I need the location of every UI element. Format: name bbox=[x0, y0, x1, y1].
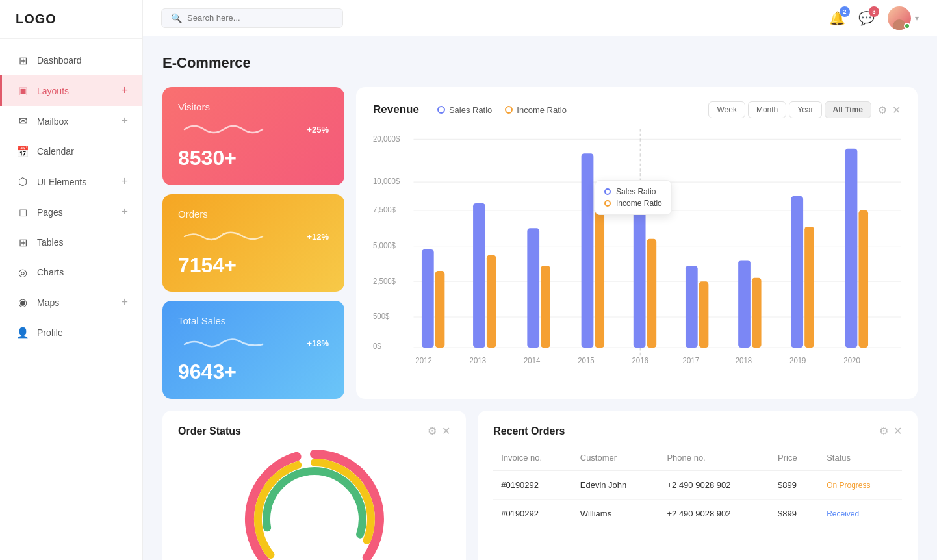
col-price: Price bbox=[770, 448, 819, 471]
order-status-title: Order Status bbox=[178, 426, 428, 437]
plus-icon-layouts: + bbox=[121, 84, 128, 97]
sidebar-item-layouts[interactable]: ▣ Layouts + bbox=[0, 75, 142, 106]
revenue-header: Revenue Sales Ratio Income Ratio Week bbox=[373, 101, 901, 118]
stat-percent-visitors: +25% bbox=[307, 125, 329, 134]
orders-table: Invoice no.CustomerPhone no.PriceStatus … bbox=[493, 448, 902, 528]
col-invoice-no.: Invoice no. bbox=[493, 448, 572, 471]
sidebar-label-layouts: Layouts bbox=[37, 86, 69, 96]
svg-text:2015: 2015 bbox=[578, 356, 595, 364]
svg-rect-28 bbox=[752, 278, 762, 348]
user-menu[interactable]: ▾ bbox=[888, 6, 919, 30]
sidebar-item-pages[interactable]: ◻ Pages + bbox=[0, 197, 142, 227]
svg-rect-30 bbox=[804, 227, 814, 348]
invoice-1: #0190292 bbox=[493, 500, 572, 528]
phone-1: +2 490 9028 902 bbox=[659, 500, 770, 528]
sidebar-label-profile: Profile bbox=[37, 327, 63, 338]
sidebar-label-calendar: Calendar bbox=[37, 146, 74, 157]
maps-icon: ◉ bbox=[16, 296, 29, 309]
messages-button[interactable]: 💬 3 bbox=[858, 10, 875, 26]
sidebar-item-dashboard[interactable]: ⊞ Dashboard bbox=[0, 45, 142, 75]
filter-month-btn[interactable]: Month bbox=[748, 101, 786, 118]
status-1: Received bbox=[819, 500, 902, 528]
wave-svg-orders bbox=[178, 225, 269, 248]
notification-button[interactable]: 🔔 2 bbox=[829, 10, 845, 26]
gear-icon-orders[interactable]: ⚙ bbox=[879, 425, 888, 437]
search-input[interactable] bbox=[187, 13, 333, 23]
tooltip-income-label: Income Ratio bbox=[616, 199, 662, 208]
gear-icon[interactable]: ⚙ bbox=[878, 104, 887, 116]
filter-alltime-btn[interactable]: All Time bbox=[825, 101, 871, 118]
mailbox-icon: ✉ bbox=[16, 115, 29, 128]
filter-week-btn[interactable]: Week bbox=[708, 101, 745, 118]
revenue-chart-area: 20,000$ 10,000$ 7,500$ 5,000$ 2,500$ 500… bbox=[373, 129, 901, 385]
stats-row: Visitors +25% 8530+ Orders +12% 7154+ To… bbox=[162, 87, 918, 399]
recent-orders-header: Recent Orders ⚙ ✕ bbox=[493, 425, 902, 437]
tables-icon: ⊞ bbox=[16, 236, 29, 249]
plus-icon-maps: + bbox=[121, 296, 128, 309]
svg-rect-21 bbox=[595, 207, 604, 348]
invoice-0: #0190292 bbox=[493, 471, 572, 500]
wave-svg-total-sales bbox=[178, 331, 269, 355]
stat-card-orders: Orders +12% 7154+ bbox=[162, 194, 344, 292]
donut-chart-svg bbox=[217, 441, 412, 560]
sidebar-item-ui-elements[interactable]: ⬡ UI Elements + bbox=[0, 166, 142, 197]
phone-0: +2 490 9028 902 bbox=[659, 471, 770, 500]
search-box[interactable]: 🔍 bbox=[161, 8, 343, 28]
revenue-title: Revenue bbox=[373, 103, 419, 116]
close-icon[interactable]: ✕ bbox=[892, 104, 901, 116]
svg-rect-20 bbox=[582, 153, 594, 348]
time-filters: Week Month Year All Time bbox=[708, 101, 871, 118]
revenue-card: Revenue Sales Ratio Income Ratio Week bbox=[356, 87, 918, 399]
tooltip-dot-blue bbox=[604, 188, 611, 195]
svg-text:0$: 0$ bbox=[373, 342, 381, 350]
close-icon-orders[interactable]: ✕ bbox=[893, 425, 902, 437]
stat-percent-orders: +12% bbox=[307, 231, 329, 241]
sidebar-item-maps[interactable]: ◉ Maps + bbox=[0, 287, 142, 318]
wave-svg-visitors bbox=[178, 118, 269, 141]
svg-text:2016: 2016 bbox=[632, 356, 648, 364]
svg-text:2020: 2020 bbox=[843, 356, 860, 364]
recent-orders-icons: ⚙ ✕ bbox=[879, 425, 902, 437]
search-icon: 🔍 bbox=[171, 13, 182, 23]
sidebar-item-mailbox[interactable]: ✉ Mailbox + bbox=[0, 106, 142, 136]
stat-wave-orders: +12% bbox=[178, 225, 329, 248]
close-icon-order[interactable]: ✕ bbox=[442, 425, 450, 437]
price-1: $899 bbox=[770, 500, 819, 528]
ui-elements-icon: ⬡ bbox=[16, 175, 29, 188]
svg-rect-17 bbox=[487, 255, 496, 348]
status-0: On Progress bbox=[819, 471, 902, 500]
stat-wave-visitors: +25% bbox=[178, 118, 329, 141]
svg-text:2018: 2018 bbox=[736, 356, 752, 364]
sidebar-item-charts[interactable]: ◎ Charts bbox=[0, 257, 142, 287]
stat-percent-total-sales: +18% bbox=[307, 338, 329, 348]
sidebar-label-tables: Tables bbox=[37, 237, 63, 248]
stat-value-total-sales: 9643+ bbox=[178, 360, 329, 384]
plus-icon-pages: + bbox=[121, 205, 128, 219]
order-status-icons: ⚙ ✕ bbox=[428, 425, 450, 437]
bar-chart-svg: 20,000$ 10,000$ 7,500$ 5,000$ 2,500$ 500… bbox=[373, 129, 901, 385]
col-phone-no.: Phone no. bbox=[659, 448, 770, 471]
layouts-icon: ▣ bbox=[16, 84, 29, 97]
svg-rect-19 bbox=[541, 266, 550, 348]
calendar-icon: 📅 bbox=[16, 145, 29, 158]
sidebar-label-maps: Maps bbox=[37, 298, 59, 308]
notification-badge: 2 bbox=[840, 6, 850, 17]
avatar-container bbox=[888, 6, 911, 30]
svg-text:2014: 2014 bbox=[524, 356, 541, 364]
stats-cards: Visitors +25% 8530+ Orders +12% 7154+ To… bbox=[162, 87, 344, 399]
gear-icon-order[interactable]: ⚙ bbox=[428, 425, 437, 437]
stat-label-total-sales: Total Sales bbox=[178, 315, 329, 326]
sidebar-item-calendar[interactable]: 📅 Calendar bbox=[0, 136, 142, 166]
online-indicator bbox=[904, 23, 910, 29]
table-row: #0190292 Williams +2 490 9028 902 $899 R… bbox=[493, 500, 902, 528]
svg-rect-31 bbox=[845, 149, 858, 348]
filter-year-btn[interactable]: Year bbox=[789, 101, 821, 118]
header: 🔍 🔔 2 💬 3 ▾ bbox=[143, 0, 937, 36]
svg-text:10,000$: 10,000$ bbox=[373, 177, 400, 185]
legend-dot-orange bbox=[505, 106, 513, 114]
sidebar-item-tables[interactable]: ⊞ Tables bbox=[0, 227, 142, 257]
svg-text:20,000$: 20,000$ bbox=[373, 134, 400, 142]
svg-rect-16 bbox=[473, 203, 485, 348]
sidebar-item-profile[interactable]: 👤 Profile bbox=[0, 318, 142, 348]
customer-0: Edevin John bbox=[572, 471, 660, 500]
